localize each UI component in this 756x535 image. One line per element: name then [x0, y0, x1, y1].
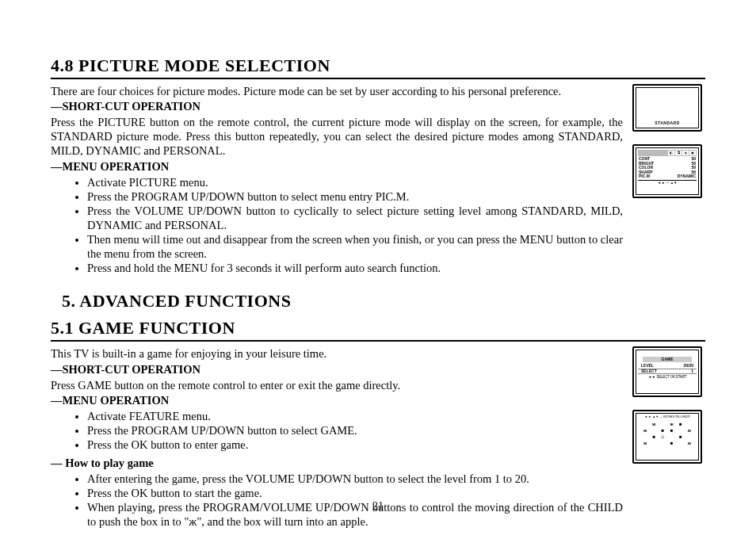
menu-item: Press the VOLUME UP/DOWN button to cycli… [87, 204, 623, 232]
osd-footer: ◄ ► — ▲▼ [638, 180, 697, 185]
rule-5-1 [51, 340, 705, 342]
figure-picture-mode-osd: STANDARD [632, 84, 702, 132]
menu-item: Activate PICTURE menu. [87, 175, 623, 189]
howto-item: After entering the game, press the VOLUM… [87, 472, 623, 486]
heading-5-1: 5.1 GAME FUNCTION [51, 318, 705, 338]
heading-5: 5. ADVANCED FUNCTIONS [62, 291, 705, 311]
rule-4-8 [51, 78, 705, 79]
osd-footer: ◄ ► SELECT OK:START [638, 375, 697, 380]
osd-row: SELECT1 [638, 369, 697, 375]
figure-picture-menu-osd: ◧⇆◐▣ CONT50 BRIGHT50 COLOR50 SHARP50 PIC… [632, 144, 702, 198]
section-4-8-body: There are four choices for picture modes… [51, 84, 705, 280]
osd-label-standard: STANDARD [638, 121, 697, 125]
menu-item: Press and hold the MENU for 3 seconds it… [87, 261, 623, 275]
shortcut-body-4-8: Press the PICTURE button on the remote c… [51, 115, 623, 158]
intro-5-1: This TV is built-in a game for enjoying … [51, 346, 623, 361]
menu-item: Press the PROGRAM UP/DOWN button to sele… [87, 423, 623, 438]
howto-item: Press the OK button to start the game. [87, 486, 623, 500]
menu-list-4-8: Activate PICTURE menu. Press the PROGRAM… [51, 175, 623, 276]
shortcut-heading-4-8: —SHORT-CUT OPERATION [51, 100, 623, 113]
menu-list-5-1: Activate FEATURE menu. Press the PROGRAM… [51, 409, 623, 452]
osd-row: PIC.MDYNAMIC [638, 174, 697, 179]
menu-item: Press the OK button to enter game. [87, 438, 623, 452]
page-number: 21 [0, 500, 756, 513]
shortcut-heading-5-1: —SHORT-CUT OPERATION [51, 363, 623, 376]
heading-4-8: 4.8 PICTURE MODE SELECTION [51, 55, 705, 76]
manual-page: 4.8 PICTURE MODE SELECTION There are fou… [0, 0, 756, 535]
osd-game-grid: жж■ ж■■ж ■☺■ ж■ж [638, 418, 697, 449]
shortcut-body-5-1: Press GAME button on the remote control … [51, 378, 623, 392]
menu-item: Then menu will time out and disappear fr… [87, 232, 623, 261]
intro-4-8: There are four choices for picture modes… [51, 84, 623, 98]
osd-topbar: ◧⇆◐▣ [638, 150, 697, 156]
osd-game-title: GAME [643, 357, 692, 362]
howto-heading: — How to play game [51, 457, 623, 470]
menu-item: Activate FEATURE menu. [87, 409, 623, 423]
menu-item: Press the PROGRAM UP/DOWN button to sele… [87, 189, 623, 204]
figure-game-menu-osd: GAME LEVEL20/20 SELECT1 ◄ ► SELECT OK:ST… [632, 346, 702, 397]
osd-grid-header: ◄ ► ▲▼ — BOXES OK:UNDO [638, 415, 697, 418]
menu-heading-5-1: —MENU OPERATION [51, 394, 623, 407]
menu-heading-4-8: —MENU OPERATION [51, 160, 623, 174]
figure-game-grid-osd: ◄ ► ▲▼ — BOXES OK:UNDO жж■ ж■■ж ■☺■ ж■ж [632, 410, 702, 464]
